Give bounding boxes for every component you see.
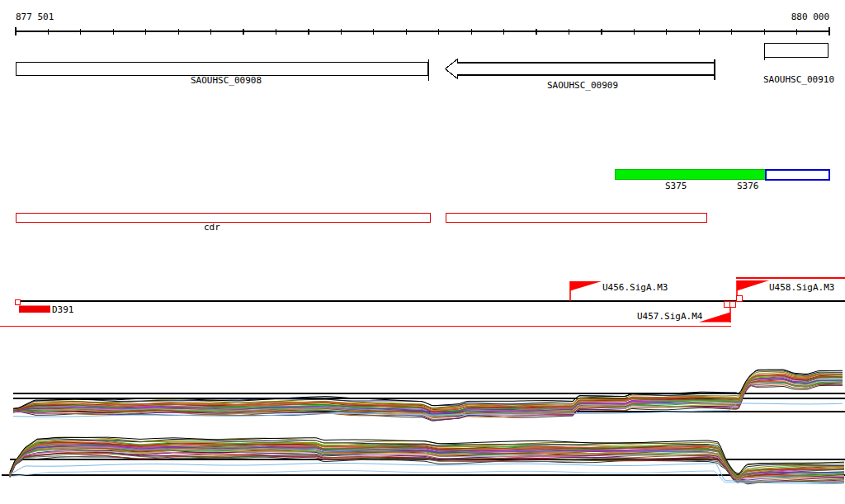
segment-S375[interactable] [615, 170, 765, 180]
gene-SAOUHSC_00910[interactable] [765, 43, 828, 61]
segment-label-S375: S375 [665, 181, 687, 191]
ruler-end-label: 880 000 [791, 12, 829, 22]
tss-small-square [725, 302, 730, 308]
expression-curve [13, 370, 843, 408]
tss-flag-U457[interactable]: U457.SigA.M4 [637, 301, 730, 323]
ruler: 877 501 880 000 [16, 12, 829, 35]
gene-label-00909: SAOUHSC_00909 [547, 80, 618, 91]
genome-browser-canvas: 877 501 880 000 SAOUHSC_00908 SAOUHSC_00… [0, 0, 845, 504]
expression-curve [11, 471, 843, 484]
segment-track: S375 S376 [615, 170, 829, 192]
expression-curves [10, 370, 844, 484]
flag-triangle [699, 313, 730, 323]
tss-marker-label: D391 [52, 304, 74, 315]
region-label-cdr: cdr [204, 222, 220, 233]
tss-track: D391 U456.SigA.M3 U457.SigA.M4 U458.SigA… [0, 278, 845, 327]
flag-triangle [737, 280, 769, 291]
curve-bundle-upper [13, 370, 843, 421]
gene-label-00908: SAOUHSC_00908 [191, 75, 262, 86]
curve-bundle-lower-lightblue-2 [11, 471, 843, 484]
tss-small-square [16, 300, 21, 305]
reverse-arrow [446, 59, 715, 79]
tss-flag-label-U457: U457.SigA.M4 [637, 311, 703, 322]
region-box-cdr-2[interactable] [446, 214, 707, 223]
genome-browser-view: 877 501 880 000 SAOUHSC_00908 SAOUHSC_00… [0, 0, 845, 504]
tss-flag-label-U456: U456.SigA.M3 [602, 282, 668, 293]
curve-bundle-lower [10, 437, 844, 484]
tss-marker-bar [19, 306, 50, 313]
gene-track: SAOUHSC_00908 SAOUHSC_00909 SAOUHSC_0091… [17, 43, 835, 92]
segment-S376[interactable] [766, 170, 829, 180]
tss-flag-U458[interactable]: U458.SigA.M3 [737, 280, 834, 301]
region-track: cdr [17, 214, 707, 233]
tss-small-square [737, 296, 743, 302]
region-box-cdr-1[interactable] [17, 214, 431, 223]
flag-triangle [570, 281, 602, 291]
tss-flag-U456[interactable]: U456.SigA.M3 [570, 281, 668, 301]
tss-small-square [730, 302, 736, 308]
tss-flag-label-U458: U458.SigA.M3 [769, 282, 834, 293]
tss-marker-D391[interactable]: D391 [16, 300, 74, 316]
gene-SAOUHSC_00909[interactable] [446, 59, 715, 80]
segment-label-S376: S376 [737, 181, 759, 191]
gene-label-00910: SAOUHSC_00910 [763, 74, 834, 85]
ruler-start-label: 877 501 [16, 12, 54, 22]
